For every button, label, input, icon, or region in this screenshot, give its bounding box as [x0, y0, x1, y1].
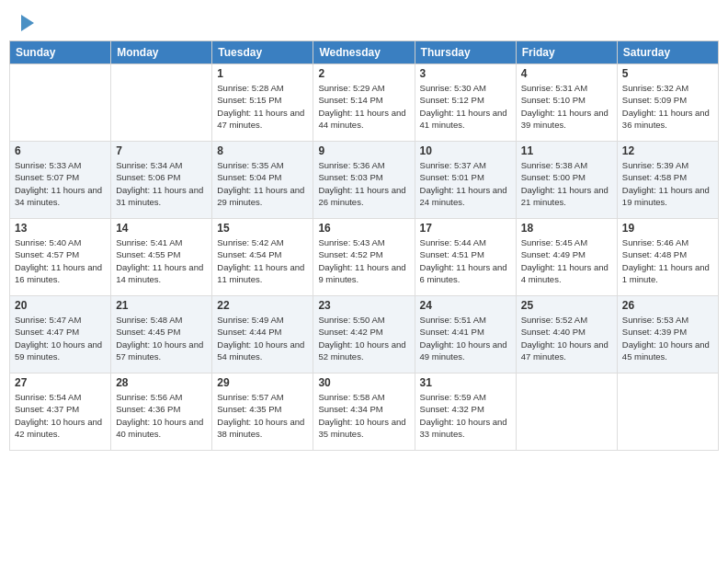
calendar-cell	[617, 373, 718, 451]
day-info: Sunrise: 5:45 AMSunset: 4:49 PMDaylight:…	[521, 236, 612, 285]
calendar-cell: 2Sunrise: 5:29 AMSunset: 5:14 PMDaylight…	[313, 64, 415, 142]
calendar-cell	[10, 64, 111, 142]
day-number: 1	[217, 67, 308, 80]
calendar-week-row: 13Sunrise: 5:40 AMSunset: 4:57 PMDayligh…	[10, 219, 719, 296]
day-info: Sunrise: 5:39 AMSunset: 4:58 PMDaylight:…	[622, 159, 713, 208]
calendar-week-row: 6Sunrise: 5:33 AMSunset: 5:07 PMDaylight…	[10, 142, 719, 219]
calendar-cell: 30Sunrise: 5:58 AMSunset: 4:34 PMDayligh…	[313, 373, 415, 451]
calendar-cell: 29Sunrise: 5:57 AMSunset: 4:35 PMDayligh…	[212, 373, 313, 451]
day-info: Sunrise: 5:37 AMSunset: 5:01 PMDaylight:…	[420, 159, 511, 208]
day-number: 27	[15, 376, 106, 389]
column-header-tuesday: Tuesday	[212, 41, 313, 64]
day-number: 29	[217, 376, 308, 389]
day-info: Sunrise: 5:50 AMSunset: 4:42 PMDaylight:…	[318, 314, 409, 362]
day-info: Sunrise: 5:40 AMSunset: 4:57 PMDaylight:…	[15, 236, 106, 285]
calendar-table: SundayMondayTuesdayWednesdayThursdayFrid…	[9, 40, 719, 451]
day-number: 5	[622, 67, 713, 80]
day-number: 28	[116, 376, 207, 389]
calendar-cell: 9Sunrise: 5:36 AMSunset: 5:03 PMDaylight…	[313, 142, 415, 219]
day-info: Sunrise: 5:56 AMSunset: 4:36 PMDaylight:…	[116, 391, 207, 440]
day-number: 31	[420, 376, 511, 389]
day-info: Sunrise: 5:49 AMSunset: 4:44 PMDaylight:…	[217, 314, 308, 362]
day-number: 8	[217, 144, 308, 157]
day-info: Sunrise: 5:48 AMSunset: 4:45 PMDaylight:…	[116, 314, 207, 362]
calendar-cell: 1Sunrise: 5:28 AMSunset: 5:15 PMDaylight…	[212, 64, 313, 142]
calendar-cell: 12Sunrise: 5:39 AMSunset: 4:58 PMDayligh…	[617, 142, 718, 219]
calendar-cell: 13Sunrise: 5:40 AMSunset: 4:57 PMDayligh…	[10, 219, 111, 296]
logo	[18, 17, 34, 31]
day-number: 21	[116, 299, 207, 312]
column-header-wednesday: Wednesday	[313, 41, 415, 64]
calendar-cell: 27Sunrise: 5:54 AMSunset: 4:37 PMDayligh…	[10, 373, 111, 451]
day-info: Sunrise: 5:41 AMSunset: 4:55 PMDaylight:…	[116, 236, 207, 285]
calendar-cell: 10Sunrise: 5:37 AMSunset: 5:01 PMDayligh…	[415, 142, 516, 219]
calendar-cell: 24Sunrise: 5:51 AMSunset: 4:41 PMDayligh…	[415, 296, 516, 373]
day-info: Sunrise: 5:36 AMSunset: 5:03 PMDaylight:…	[318, 159, 409, 208]
calendar-cell: 18Sunrise: 5:45 AMSunset: 4:49 PMDayligh…	[516, 219, 617, 296]
day-number: 2	[318, 67, 409, 80]
calendar-week-row: 20Sunrise: 5:47 AMSunset: 4:47 PMDayligh…	[10, 296, 719, 373]
calendar-week-row: 1Sunrise: 5:28 AMSunset: 5:15 PMDaylight…	[10, 64, 719, 142]
day-number: 7	[116, 144, 207, 157]
day-number: 23	[318, 299, 409, 312]
calendar-cell: 17Sunrise: 5:44 AMSunset: 4:51 PMDayligh…	[415, 219, 516, 296]
day-number: 10	[420, 144, 511, 157]
day-number: 17	[420, 222, 511, 235]
day-info: Sunrise: 5:34 AMSunset: 5:06 PMDaylight:…	[116, 159, 207, 208]
day-number: 3	[420, 67, 511, 80]
calendar-cell: 22Sunrise: 5:49 AMSunset: 4:44 PMDayligh…	[212, 296, 313, 373]
day-info: Sunrise: 5:46 AMSunset: 4:48 PMDaylight:…	[622, 236, 713, 285]
calendar-cell: 20Sunrise: 5:47 AMSunset: 4:47 PMDayligh…	[10, 296, 111, 373]
day-info: Sunrise: 5:42 AMSunset: 4:54 PMDaylight:…	[217, 236, 308, 285]
calendar-cell: 3Sunrise: 5:30 AMSunset: 5:12 PMDaylight…	[415, 64, 516, 142]
calendar-cell: 6Sunrise: 5:33 AMSunset: 5:07 PMDaylight…	[10, 142, 111, 219]
calendar-cell: 15Sunrise: 5:42 AMSunset: 4:54 PMDayligh…	[212, 219, 313, 296]
calendar-cell: 14Sunrise: 5:41 AMSunset: 4:55 PMDayligh…	[111, 219, 212, 296]
column-header-friday: Friday	[516, 41, 617, 64]
day-number: 9	[318, 144, 409, 157]
calendar-cell	[111, 64, 212, 142]
calendar-cell: 21Sunrise: 5:48 AMSunset: 4:45 PMDayligh…	[111, 296, 212, 373]
day-number: 12	[622, 144, 713, 157]
day-number: 4	[521, 67, 612, 80]
day-info: Sunrise: 5:43 AMSunset: 4:52 PMDaylight:…	[318, 236, 409, 285]
calendar-cell: 5Sunrise: 5:32 AMSunset: 5:09 PMDaylight…	[617, 64, 718, 142]
calendar-cell: 16Sunrise: 5:43 AMSunset: 4:52 PMDayligh…	[313, 219, 415, 296]
calendar-cell: 25Sunrise: 5:52 AMSunset: 4:40 PMDayligh…	[516, 296, 617, 373]
day-info: Sunrise: 5:52 AMSunset: 4:40 PMDaylight:…	[521, 314, 612, 362]
day-number: 11	[521, 144, 612, 157]
day-info: Sunrise: 5:51 AMSunset: 4:41 PMDaylight:…	[420, 314, 511, 362]
calendar-cell: 23Sunrise: 5:50 AMSunset: 4:42 PMDayligh…	[313, 296, 415, 373]
calendar-header-row: SundayMondayTuesdayWednesdayThursdayFrid…	[10, 41, 719, 64]
day-number: 24	[420, 299, 511, 312]
day-number: 14	[116, 222, 207, 235]
calendar-week-row: 27Sunrise: 5:54 AMSunset: 4:37 PMDayligh…	[10, 373, 719, 451]
day-number: 26	[622, 299, 713, 312]
day-info: Sunrise: 5:54 AMSunset: 4:37 PMDaylight:…	[15, 391, 106, 440]
day-info: Sunrise: 5:33 AMSunset: 5:07 PMDaylight:…	[15, 159, 106, 208]
page-header	[9, 9, 719, 37]
day-info: Sunrise: 5:30 AMSunset: 5:12 PMDaylight:…	[420, 82, 511, 131]
day-info: Sunrise: 5:29 AMSunset: 5:14 PMDaylight:…	[318, 82, 409, 131]
calendar-cell: 31Sunrise: 5:59 AMSunset: 4:32 PMDayligh…	[415, 373, 516, 451]
day-info: Sunrise: 5:28 AMSunset: 5:15 PMDaylight:…	[217, 82, 308, 131]
day-number: 6	[15, 144, 106, 157]
day-info: Sunrise: 5:53 AMSunset: 4:39 PMDaylight:…	[622, 314, 713, 362]
day-number: 20	[15, 299, 106, 312]
calendar-cell: 26Sunrise: 5:53 AMSunset: 4:39 PMDayligh…	[617, 296, 718, 373]
day-number: 30	[318, 376, 409, 389]
logo-arrow-icon	[21, 15, 34, 31]
column-header-sunday: Sunday	[10, 41, 111, 64]
day-number: 19	[622, 222, 713, 235]
day-info: Sunrise: 5:44 AMSunset: 4:51 PMDaylight:…	[420, 236, 511, 285]
day-number: 13	[15, 222, 106, 235]
calendar-cell: 7Sunrise: 5:34 AMSunset: 5:06 PMDaylight…	[111, 142, 212, 219]
column-header-saturday: Saturday	[617, 41, 718, 64]
calendar-cell: 11Sunrise: 5:38 AMSunset: 5:00 PMDayligh…	[516, 142, 617, 219]
calendar-cell	[516, 373, 617, 451]
day-number: 18	[521, 222, 612, 235]
calendar-cell: 19Sunrise: 5:46 AMSunset: 4:48 PMDayligh…	[617, 219, 718, 296]
column-header-monday: Monday	[111, 41, 212, 64]
calendar-cell: 8Sunrise: 5:35 AMSunset: 5:04 PMDaylight…	[212, 142, 313, 219]
calendar-cell: 4Sunrise: 5:31 AMSunset: 5:10 PMDaylight…	[516, 64, 617, 142]
